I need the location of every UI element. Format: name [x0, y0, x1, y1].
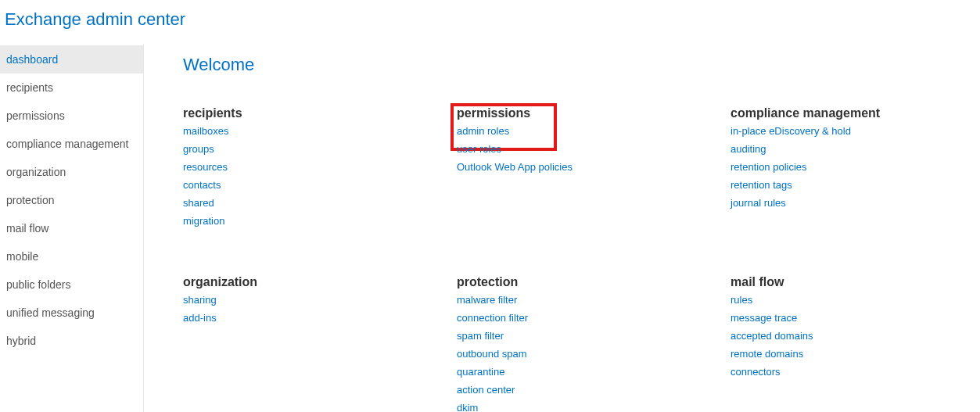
card-title: organization	[183, 275, 457, 289]
card-title: permissions	[457, 106, 530, 120]
sidebar-item-compliance-management[interactable]: compliance management	[0, 130, 143, 158]
card-link[interactable]: spam filter	[457, 330, 731, 342]
card-link[interactable]: accepted domains	[731, 330, 980, 342]
card-link[interactable]: shared	[183, 197, 457, 209]
app-title: Exchange admin center	[5, 9, 185, 29]
card-link[interactable]: contacts	[183, 179, 457, 191]
sidebar-item-dashboard[interactable]: dashboard	[0, 45, 143, 73]
sidebar-item-permissions[interactable]: permissions	[0, 102, 143, 130]
sidebar: dashboardrecipientspermissionscompliance…	[0, 44, 144, 412]
dashboard-grid: recipientsmailboxesgroupsresourcescontac…	[183, 106, 980, 412]
card-link[interactable]: outbound spam	[457, 348, 731, 360]
card-link[interactable]: connectors	[731, 366, 980, 378]
card-link[interactable]: Outlook Web App policies	[457, 161, 731, 173]
header: Exchange admin center	[0, 0, 980, 44]
welcome-heading: Welcome	[183, 55, 980, 75]
card-link[interactable]: message trace	[731, 312, 980, 324]
card-link[interactable]: in-place eDiscovery & hold	[731, 125, 980, 137]
card-recipients: recipientsmailboxesgroupsresourcescontac…	[183, 106, 457, 233]
layout: dashboardrecipientspermissionscompliance…	[0, 44, 980, 412]
card-link[interactable]: quarantine	[457, 366, 731, 378]
card-link[interactable]: admin roles	[457, 125, 530, 137]
card-link[interactable]: groups	[183, 143, 457, 155]
card-mail-flow: mail flowrulesmessage traceaccepted doma…	[731, 275, 980, 412]
card-link[interactable]: dkim	[457, 402, 731, 412]
sidebar-item-mobile[interactable]: mobile	[0, 242, 143, 270]
sidebar-item-hybrid[interactable]: hybrid	[0, 327, 143, 355]
card-compliance-management: compliance managementin-place eDiscovery…	[731, 106, 980, 233]
sidebar-item-public-folders[interactable]: public folders	[0, 270, 143, 299]
sidebar-item-protection[interactable]: protection	[0, 186, 143, 214]
card-link[interactable]: migration	[183, 215, 457, 227]
card-link[interactable]: add-ins	[183, 312, 457, 324]
sidebar-item-organization[interactable]: organization	[0, 158, 143, 186]
main: Welcome recipientsmailboxesgroupsresourc…	[144, 44, 980, 412]
card-link[interactable]: rules	[731, 294, 980, 306]
card-link[interactable]: mailboxes	[183, 125, 457, 137]
card-organization: organizationsharingadd-ins	[183, 275, 457, 412]
card-link[interactable]: remote domains	[731, 348, 980, 360]
sidebar-item-mail-flow[interactable]: mail flow	[0, 214, 143, 242]
card-link[interactable]: sharing	[183, 294, 457, 306]
card-title: recipients	[183, 106, 457, 120]
card-permissions: permissionsadmin rolesuser rolesOutlook …	[457, 106, 731, 233]
card-link[interactable]: retention tags	[731, 179, 980, 191]
sidebar-item-recipients[interactable]: recipients	[0, 73, 143, 102]
card-title: compliance management	[731, 106, 980, 120]
card-link[interactable]: resources	[183, 161, 457, 173]
card-link[interactable]: journal rules	[731, 197, 980, 209]
card-link[interactable]: auditing	[731, 143, 980, 155]
card-link[interactable]: retention policies	[731, 161, 980, 173]
card-link[interactable]: malware filter	[457, 294, 731, 306]
card-title: mail flow	[731, 275, 980, 289]
card-link[interactable]: user roles	[457, 143, 731, 155]
card-link[interactable]: action center	[457, 384, 731, 396]
sidebar-item-unified-messaging[interactable]: unified messaging	[0, 299, 143, 327]
card-link[interactable]: connection filter	[457, 312, 731, 324]
card-title: protection	[457, 275, 731, 289]
card-protection: protectionmalware filterconnection filte…	[457, 275, 731, 412]
